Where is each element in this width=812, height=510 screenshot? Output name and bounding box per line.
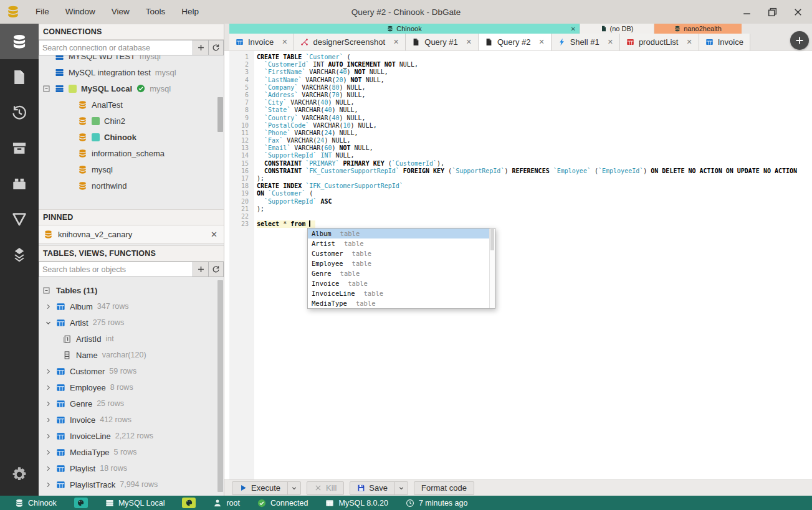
chev-right-icon[interactable]: [45, 433, 52, 440]
connection-row[interactable]: northwind: [39, 177, 224, 194]
column-row[interactable]: ArtistIdint: [39, 331, 224, 347]
code-line[interactable]: 20 `SupportRepId` ASC: [224, 198, 812, 205]
connection-color-swatch[interactable]: [74, 498, 88, 508]
connection-row[interactable]: MySQL Localmysql: [39, 80, 224, 97]
code-line[interactable]: 17);: [224, 175, 812, 182]
close-tab-icon[interactable]: ✕: [466, 38, 472, 46]
tab-invoice[interactable]: Invoice: [699, 34, 750, 50]
code-line[interactable]: 14 `SupportRepId` INT NULL,: [224, 152, 812, 159]
connection-row[interactable]: mysql: [39, 161, 224, 177]
rail-item-archive[interactable]: [0, 130, 39, 166]
code-line[interactable]: 23select * from: [224, 220, 812, 228]
code-line[interactable]: 10 `PostalCode` VARCHAR(10) NULL,: [224, 122, 812, 130]
code-line[interactable]: 22: [224, 213, 812, 220]
tab-designerscreenshot[interactable]: designerScreenshot✕: [294, 34, 406, 50]
format-code-button[interactable]: Format code: [414, 481, 474, 495]
sql-editor[interactable]: 1CREATE TABLE `Customer` (2 `CustomerId`…: [224, 51, 812, 479]
save-button[interactable]: Save: [350, 481, 408, 495]
code-line[interactable]: 6 `Address` VARCHAR(70) NULL,: [224, 92, 812, 99]
menu-help[interactable]: Help: [173, 0, 207, 24]
tab-query-1[interactable]: Query #1✕: [406, 34, 479, 50]
code-line[interactable]: 8 `State` VARCHAR(40) NULL,: [224, 106, 812, 114]
autocomplete-item[interactable]: Artisttable: [308, 238, 495, 248]
table-row[interactable]: Invoice412 rows: [39, 412, 224, 428]
rail-item-gear[interactable]: [0, 456, 39, 492]
code-line[interactable]: 3 `FirstName` VARCHAR(40) NOT NULL,: [224, 68, 812, 76]
close-button[interactable]: [793, 7, 803, 17]
tab-productlist[interactable]: productList✕: [620, 34, 699, 50]
execute-button[interactable]: Execute: [232, 481, 301, 495]
table-row[interactable]: Artist275 rows: [39, 314, 224, 331]
autocomplete-item[interactable]: Invoicetable: [308, 278, 495, 288]
autocomplete-scrollbar-thumb[interactable]: [490, 229, 494, 250]
code-line[interactable]: 21);: [224, 205, 812, 213]
table-row[interactable]: Customer59 rows: [39, 363, 224, 379]
table-row[interactable]: MediaType5 rows: [39, 444, 224, 460]
table-row[interactable]: PlaylistTrack7,994 rows: [39, 476, 224, 493]
autocomplete-item[interactable]: Employeetable: [308, 258, 495, 268]
code-line[interactable]: 13 `Email` VARCHAR(60) NOT NULL,: [224, 144, 812, 152]
close-tab-icon[interactable]: ✕: [282, 38, 287, 46]
code-line[interactable]: 16 CONSTRAINT `FK_CustomerSupportRepId` …: [224, 168, 812, 175]
autocomplete-item[interactable]: InvoiceLinetable: [308, 288, 495, 298]
collapse-icon[interactable]: [42, 286, 50, 295]
rail-item-plugin[interactable]: [0, 166, 39, 201]
connection-search-input[interactable]: [39, 40, 193, 55]
code-line[interactable]: 11 `Phone` VARCHAR(24) NULL,: [224, 130, 812, 137]
rail-item-layers[interactable]: [0, 237, 39, 272]
new-tab-button[interactable]: [790, 31, 809, 50]
menu-view[interactable]: View: [103, 0, 138, 24]
code-line[interactable]: 7 `City` VARCHAR(40) NULL,: [224, 99, 812, 106]
refresh-tables-button[interactable]: [208, 262, 224, 277]
connections-scrollbar-thumb[interactable]: [217, 97, 223, 132]
menu-tools[interactable]: Tools: [138, 0, 174, 24]
chev-down-icon[interactable]: [45, 319, 52, 326]
tables-root-row[interactable]: Tables (11): [39, 282, 224, 298]
code-line[interactable]: 2 `CustomerId` INT AUTO_INCREMENT NOT NU…: [224, 61, 812, 68]
table-row[interactable]: Album347 rows: [39, 298, 224, 314]
dropdown-arrow[interactable]: [287, 482, 300, 494]
code-line[interactable]: 1CREATE TABLE `Customer` (: [224, 54, 812, 61]
tables-scrollbar-thumb[interactable]: [217, 280, 223, 492]
pinned-item[interactable]: knihovna_v2_canary ✕: [39, 225, 224, 244]
collapse-icon[interactable]: [42, 85, 50, 93]
chev-right-icon[interactable]: [45, 303, 52, 310]
autocomplete-item[interactable]: Albumtable: [308, 229, 495, 238]
code-line[interactable]: 12 `Fax` VARCHAR(24) NULL,: [224, 137, 812, 144]
code-line[interactable]: 9 `Country` VARCHAR(40) NULL,: [224, 115, 812, 122]
chev-right-icon[interactable]: [45, 481, 52, 488]
tab-query-2[interactable]: Query #2✕: [479, 34, 552, 50]
column-row[interactable]: Namevarchar(120): [39, 347, 224, 363]
table-row[interactable]: Employee8 rows: [39, 379, 224, 395]
chev-right-icon[interactable]: [45, 400, 52, 407]
add-table-button[interactable]: [193, 262, 208, 277]
table-search-input[interactable]: [39, 262, 193, 277]
table-row[interactable]: Genre25 rows: [39, 395, 224, 412]
dropdown-arrow[interactable]: [394, 482, 408, 494]
code-line[interactable]: 15 CONSTRAINT `PRIMARY` PRIMARY KEY (`Cu…: [224, 160, 812, 168]
kill-button[interactable]: Kill: [307, 481, 344, 495]
connection-color-swatch[interactable]: [182, 498, 196, 508]
code-line[interactable]: 5 `Company` VARCHAR(80) NULL,: [224, 84, 812, 92]
connection-row[interactable]: MySQL integration testmysql: [39, 64, 224, 80]
close-tab-icon[interactable]: ✕: [608, 38, 613, 46]
minimize-button[interactable]: [742, 7, 752, 17]
connection-row[interactable]: information_schema: [39, 145, 224, 161]
rail-item-history[interactable]: [0, 95, 39, 130]
rail-item-file[interactable]: [0, 59, 39, 95]
autocomplete-item[interactable]: Customertable: [308, 248, 495, 258]
autocomplete-item[interactable]: MediaTypetable: [308, 298, 495, 308]
connection-row[interactable]: AnalTest: [39, 97, 224, 113]
tab-shell-1[interactable]: Shell #1✕: [552, 34, 620, 50]
rail-item-database[interactable]: [0, 24, 39, 59]
refresh-connections-button[interactable]: [208, 40, 224, 55]
code-line[interactable]: 19ON `Customer` (: [224, 190, 812, 197]
unpin-icon[interactable]: ✕: [211, 230, 217, 239]
chev-right-icon[interactable]: [45, 465, 52, 472]
rail-item-funnel[interactable]: [0, 201, 39, 237]
close-tab-icon[interactable]: ✕: [686, 38, 692, 46]
add-connection-button[interactable]: [193, 40, 208, 55]
chev-right-icon[interactable]: [45, 449, 52, 456]
code-line[interactable]: 4 `LastName` VARCHAR(20) NOT NULL,: [224, 77, 812, 84]
restore-button[interactable]: [767, 7, 778, 17]
